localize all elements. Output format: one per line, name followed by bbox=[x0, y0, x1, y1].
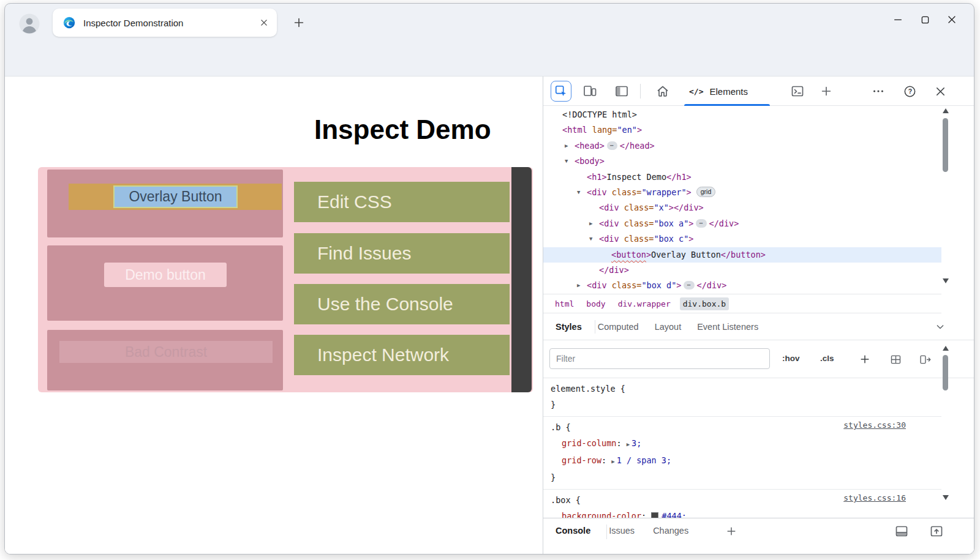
tab-styles[interactable]: Styles bbox=[556, 322, 582, 332]
nav-box-find-issues[interactable]: Find Issues bbox=[294, 233, 510, 274]
add-tab-icon[interactable] bbox=[819, 84, 834, 99]
dom-node[interactable]: ▶<div class="box d">⋯</div> bbox=[543, 278, 941, 293]
breadcrumb: htmlbodydiv.wrapperdiv.box.b bbox=[543, 294, 941, 313]
new-style-rule-icon[interactable] bbox=[858, 353, 872, 366]
dom-node[interactable]: <h1>Inspect Demo</h1> bbox=[543, 170, 941, 185]
collapsed-content-icon[interactable]: ⋯ bbox=[696, 219, 706, 228]
dom-node[interactable]: ▼<body> bbox=[543, 154, 941, 169]
breadcrumb-html[interactable]: html bbox=[552, 297, 577, 310]
css-property-grid-row[interactable]: grid-row: ▶1 / span 3; bbox=[551, 452, 941, 469]
scroll-up-icon[interactable] bbox=[943, 346, 949, 351]
dom-node-selected[interactable]: <button>Overlay Button</button> bbox=[543, 247, 941, 263]
devtools-close-icon[interactable] bbox=[933, 84, 948, 99]
tab-layout[interactable]: Layout bbox=[655, 322, 682, 332]
window-controls bbox=[884, 7, 965, 32]
collapsed-content-icon[interactable]: ⋯ bbox=[684, 281, 694, 289]
dom-node[interactable]: ▶<head>⋯</head> bbox=[543, 138, 941, 154]
tab-title: Inspector Demonstration bbox=[83, 18, 258, 28]
maximize-button[interactable] bbox=[911, 7, 938, 32]
new-tab-button[interactable] bbox=[290, 14, 307, 31]
help-icon[interactable]: ? bbox=[902, 84, 917, 99]
breadcrumb-div-wrapper[interactable]: div.wrapper bbox=[615, 297, 674, 310]
overlay-button[interactable]: Overlay Button bbox=[113, 185, 238, 208]
demo-button[interactable]: Demo button bbox=[104, 263, 227, 287]
toggle-hover-state-button[interactable]: :hov bbox=[782, 354, 800, 363]
dom-node[interactable]: <div class="x"></div> bbox=[543, 200, 941, 215]
tab-event-listeners[interactable]: Event Listeners bbox=[697, 322, 758, 332]
bad-contrast-button[interactable]: Bad Contrast bbox=[59, 341, 273, 363]
collapse-arrow-icon[interactable]: ▼ bbox=[577, 185, 580, 200]
drawer-dock-icon[interactable] bbox=[894, 524, 909, 539]
dom-node[interactable]: ▼<div class="wrapper">grid bbox=[543, 185, 941, 200]
tab-computed[interactable]: Computed bbox=[598, 322, 639, 332]
drawer-divider bbox=[606, 525, 607, 539]
scrollbar-thumb[interactable] bbox=[943, 118, 948, 172]
css-closing-brace: } bbox=[551, 400, 556, 409]
css-selector[interactable]: .b { bbox=[551, 422, 571, 432]
drawer-tab-issues[interactable]: Issues bbox=[609, 526, 635, 536]
dom-token: <!DOCTYPE html> bbox=[562, 110, 637, 119]
css-selector[interactable]: .box { bbox=[551, 495, 581, 505]
styles-filter-input[interactable] bbox=[549, 348, 770, 369]
expand-drawer-icon[interactable] bbox=[929, 524, 944, 539]
nav-box-edit-css[interactable]: Edit CSS bbox=[294, 182, 510, 222]
grid-adorner-badge[interactable]: grid bbox=[696, 187, 716, 197]
expand-value-icon[interactable]: ▶ bbox=[611, 458, 614, 465]
collapsed-content-icon[interactable]: ⋯ bbox=[607, 141, 617, 150]
stylesheet-link[interactable]: styles.css:30 bbox=[843, 420, 906, 430]
minimize-button[interactable] bbox=[884, 7, 911, 32]
scrollbar-thumb[interactable] bbox=[943, 355, 948, 390]
drawer-add-tab-icon[interactable] bbox=[725, 525, 738, 538]
browser-tab[interactable]: Inspector Demonstration bbox=[53, 9, 277, 37]
toggle-class-button[interactable]: .cls bbox=[820, 354, 834, 363]
chevron-down-icon[interactable] bbox=[934, 321, 946, 333]
expand-arrow-icon[interactable]: ▶ bbox=[577, 278, 580, 293]
dom-token: "x" bbox=[654, 203, 668, 212]
inspect-element-button[interactable] bbox=[551, 81, 571, 102]
expand-arrow-icon[interactable]: ▶ bbox=[589, 216, 592, 231]
console-panel-icon[interactable] bbox=[790, 84, 805, 99]
expand-arrow-icon[interactable]: ▶ bbox=[565, 138, 568, 154]
expand-value-icon[interactable]: ▶ bbox=[627, 441, 630, 447]
grid-editor-icon[interactable] bbox=[889, 353, 902, 366]
computed-sidebar-icon[interactable] bbox=[918, 353, 932, 366]
dom-node[interactable]: <!DOCTYPE html> bbox=[543, 107, 941, 122]
nav-box-inspect-network[interactable]: Inspect Network bbox=[294, 335, 510, 375]
home-icon[interactable] bbox=[655, 84, 670, 99]
css-selector[interactable]: element.style { bbox=[551, 384, 625, 394]
dom-token: <div bbox=[599, 218, 619, 228]
dom-scrollbar[interactable] bbox=[941, 108, 950, 283]
dock-side-icon[interactable] bbox=[614, 84, 629, 99]
dom-node[interactable]: ▶<div class="box a">⋯</div> bbox=[543, 216, 941, 231]
breadcrumb-body[interactable]: body bbox=[583, 297, 608, 310]
styles-pane: element.style {}.b {styles.css:30grid-co… bbox=[543, 378, 941, 518]
scroll-down-icon[interactable] bbox=[943, 278, 949, 283]
dom-node[interactable]: <html lang="en"> bbox=[543, 122, 941, 138]
window-close-button[interactable] bbox=[938, 7, 965, 32]
profile-avatar[interactable] bbox=[18, 13, 40, 35]
color-swatch[interactable] bbox=[651, 512, 658, 518]
device-emulation-icon[interactable] bbox=[582, 84, 597, 99]
css-property-background-color[interactable]: background-color: #444; bbox=[551, 508, 941, 518]
tab-elements[interactable]: </> Elements bbox=[680, 77, 774, 106]
dom-node[interactable]: </div> bbox=[543, 263, 941, 278]
dom-token: class= bbox=[607, 280, 642, 290]
drawer-tab-changes[interactable]: Changes bbox=[653, 526, 688, 536]
css-rule-b: .b {styles.css:30grid-column: ▶3;grid-ro… bbox=[543, 417, 941, 490]
collapse-arrow-icon[interactable]: ▼ bbox=[589, 231, 592, 247]
css-property-grid-column[interactable]: grid-column: ▶3; bbox=[551, 435, 941, 452]
scroll-down-icon[interactable] bbox=[943, 495, 949, 500]
dom-token: lang= bbox=[587, 125, 617, 135]
scroll-up-icon[interactable] bbox=[943, 108, 949, 113]
stylesheet-link[interactable]: styles.css:16 bbox=[843, 493, 906, 502]
breadcrumb-div-box-b[interactable]: div.box.b bbox=[680, 297, 729, 310]
devtools-toolbar: </> Elements bbox=[543, 77, 974, 106]
drawer-tab-console[interactable]: Console bbox=[556, 526, 590, 536]
dom-token: <html bbox=[562, 125, 587, 135]
more-options-icon[interactable] bbox=[871, 84, 886, 99]
collapse-arrow-icon[interactable]: ▼ bbox=[565, 154, 568, 169]
dom-node[interactable]: ▼<div class="box c"> bbox=[543, 231, 941, 247]
tab-close-icon[interactable] bbox=[258, 17, 270, 28]
styles-scrollbar[interactable] bbox=[941, 346, 950, 500]
nav-box-use-the-console[interactable]: Use the Console bbox=[294, 284, 510, 324]
